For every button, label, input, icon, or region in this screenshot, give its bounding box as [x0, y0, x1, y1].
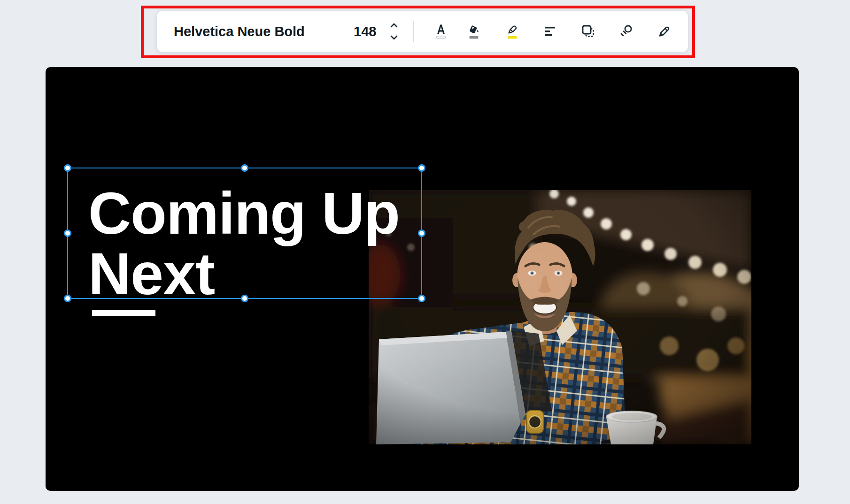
slide-canvas[interactable]: Coming Up Next: [46, 67, 799, 491]
font-size-stepper: [388, 21, 400, 42]
title-underline-bar[interactable]: [92, 310, 155, 316]
highlighter-icon: [506, 23, 519, 40]
paint-bucket-icon: [467, 23, 480, 40]
alignment-button[interactable]: [539, 21, 561, 42]
align-left-icon: [543, 25, 556, 38]
text-color-button[interactable]: [430, 21, 452, 42]
animate-icon: [619, 24, 633, 38]
selection-handle-middle-left[interactable]: [64, 229, 71, 237]
selection-handle-middle-right[interactable]: [418, 229, 425, 237]
font-size-decrease-button[interactable]: [388, 33, 400, 42]
selection-handle-top-left[interactable]: [64, 164, 71, 172]
selection-handle-top-middle[interactable]: [241, 164, 248, 172]
pencil-icon: [657, 24, 671, 38]
duplicate-icon: [581, 24, 595, 38]
text-selection-box: [67, 168, 422, 299]
highlight-button[interactable]: [502, 21, 523, 42]
text-color-icon: [435, 23, 447, 40]
selection-handle-bottom-left[interactable]: [64, 295, 71, 302]
chevron-up-icon: [390, 23, 398, 28]
animate-button[interactable]: [615, 21, 637, 42]
edit-pencil-button[interactable]: [653, 21, 675, 42]
selection-handle-bottom-right[interactable]: [418, 295, 425, 302]
toolbar-divider: [413, 21, 414, 42]
duplicate-button[interactable]: [578, 21, 599, 42]
chevron-down-icon: [390, 35, 398, 40]
selection-handle-bottom-middle[interactable]: [241, 295, 248, 302]
font-size-increase-button[interactable]: [388, 21, 400, 30]
page: { "page": { "background": "#e9ecf1" }, "…: [0, 0, 850, 504]
font-size-value[interactable]: 148: [354, 11, 376, 52]
text-format-toolbar: Helvetica Neue Bold 148: [156, 10, 688, 53]
selection-handle-top-right[interactable]: [418, 164, 425, 172]
fill-color-button[interactable]: [463, 21, 485, 42]
font-family-selector[interactable]: Helvetica Neue Bold: [174, 11, 305, 52]
